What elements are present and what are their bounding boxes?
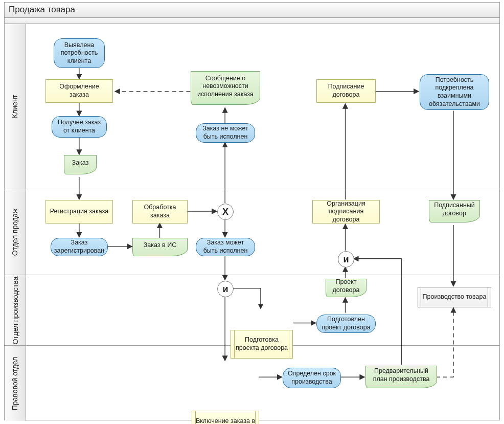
doc-project: Проект договора [326, 279, 366, 297]
event-start: Выявлена потребность клиента [54, 38, 105, 68]
task-sign: Подписание договора [316, 79, 376, 103]
event-project-ready: Подготовлен проект договора [316, 315, 376, 333]
task-include-plan: Включение заказа в план производства [192, 411, 259, 424]
lane-sales-label: Отдел продаж [11, 208, 19, 256]
subprocess-manufacture: Производство товара [418, 287, 491, 307]
doc-signed: Подписанный договор [429, 200, 480, 222]
event-got-order: Получен заказ от клиента [52, 116, 107, 138]
event-need-backed: Потребность подкреплена взаимными обязат… [420, 74, 489, 110]
gateway-and-2: и [338, 251, 354, 267]
swimlane-pool: Клиент Отдел продаж Отдел производства П… [4, 24, 500, 420]
doc-impossible: Сообщение о невозможности исполнения зак… [191, 71, 260, 105]
lane-client-label: Клиент [11, 95, 19, 118]
doc-pre-plan: Предварительный план производства [365, 366, 437, 388]
event-deadline: Определен срок производства [283, 368, 341, 388]
diagram-title-text: Продажа товара [9, 5, 75, 14]
lane-legal-label: Правовой отдел [11, 356, 19, 410]
diagram-subbar [4, 17, 500, 24]
task-organize-sign: Организация подписания договора [312, 200, 380, 224]
doc-order-is: Заказ в ИС [132, 238, 188, 256]
lane-production-label: Отдел производства [11, 276, 19, 344]
gateway-and-1: и [217, 281, 234, 297]
task-order: Оформление заказа [45, 79, 113, 103]
event-can-exec: Заказ может быть исполнен [196, 238, 255, 256]
event-registered: Заказ зарегистрирован [51, 238, 108, 256]
doc-order: Заказ [64, 155, 97, 174]
diagram-frame: Продажа товара Клиент Отдел продаж Отдел… [0, 0, 504, 424]
gateway-xor: X [217, 204, 234, 220]
task-register: Регистрация заказа [45, 200, 113, 224]
task-prepare-project: Подготовка проекта договора [231, 330, 293, 359]
task-process: Обработка заказа [132, 200, 188, 224]
diagram-title: Продажа товара [4, 2, 500, 17]
event-cannot: Заказ не может быть исполнен [196, 123, 255, 143]
